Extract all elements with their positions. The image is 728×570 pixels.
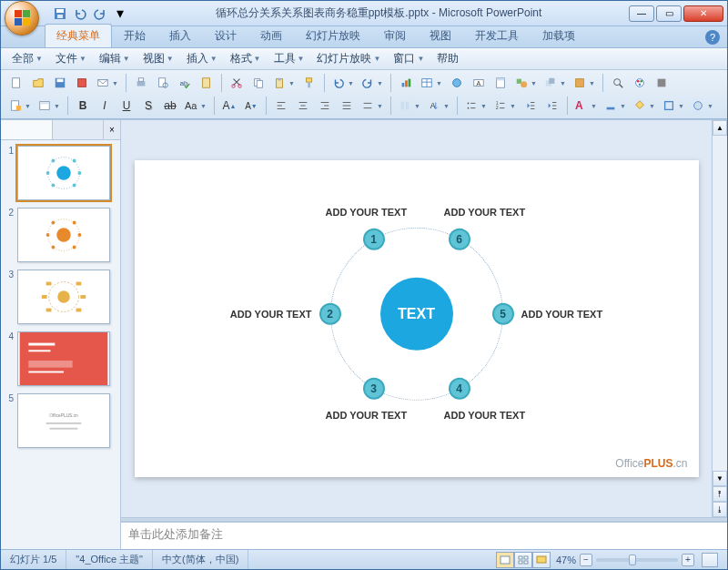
tab-developer[interactable]: 开发工具 — [463, 24, 531, 47]
table-icon[interactable]: ▼ — [418, 73, 445, 93]
status-theme[interactable]: "4_Office 主题" — [66, 550, 153, 569]
new-icon[interactable] — [6, 73, 26, 93]
node-3[interactable]: 3 — [363, 378, 385, 400]
label-4[interactable]: ADD YOUR TEXT — [444, 410, 526, 421]
bold-icon[interactable]: B — [73, 96, 93, 116]
zoom-icon[interactable] — [608, 73, 628, 93]
node-2[interactable]: 2 — [319, 303, 341, 325]
strike-icon[interactable]: ab — [160, 96, 180, 116]
label-2[interactable]: ADD YOUR TEXT — [230, 309, 312, 320]
justify-icon[interactable] — [337, 96, 357, 116]
align-left-icon[interactable] — [271, 96, 291, 116]
tab-design[interactable]: 设计 — [203, 24, 248, 47]
arrange-icon[interactable]: ▼ — [541, 73, 569, 93]
scroll-track[interactable] — [713, 136, 727, 471]
cut-icon[interactable] — [227, 73, 247, 93]
increase-indent-icon[interactable] — [542, 96, 562, 116]
tab-insert[interactable]: 插入 — [157, 24, 203, 47]
menu-insert[interactable]: 插入▼ — [181, 49, 223, 68]
copy-icon[interactable] — [248, 73, 268, 93]
zoom-slider[interactable] — [596, 558, 678, 562]
shape-effects-icon[interactable]: ▼ — [689, 96, 716, 116]
zoom-in-icon[interactable]: + — [682, 554, 694, 566]
office-button[interactable] — [5, 1, 39, 36]
label-3[interactable]: ADD YOUR TEXT — [326, 410, 408, 421]
email-icon[interactable]: ▼ — [94, 73, 121, 93]
shapes-icon[interactable]: ▼ — [512, 73, 540, 93]
menu-edit[interactable]: 编辑▼ — [94, 49, 136, 68]
label-5[interactable]: ADD YOUR TEXT — [521, 309, 603, 320]
thumbnail-slide-3[interactable] — [17, 270, 110, 324]
zoom-thumb[interactable] — [629, 555, 636, 565]
menu-window[interactable]: 窗口▼ — [388, 49, 430, 68]
tab-home[interactable]: 开始 — [112, 24, 157, 47]
slides-tab[interactable] — [1, 120, 53, 139]
notes-pane[interactable]: 单击此处添加备注 — [121, 522, 727, 549]
spelling-icon[interactable]: ab — [175, 73, 195, 93]
align-right-icon[interactable] — [315, 96, 335, 116]
tab-addins[interactable]: 加载项 — [531, 24, 587, 47]
status-slide[interactable]: 幻灯片 1/5 — [1, 550, 66, 569]
slide-canvas[interactable]: TEXT .diagram-wrap — [135, 160, 699, 477]
undo-icon[interactable]: ▼ — [329, 73, 357, 93]
thumbnail-slide-5[interactable]: OfficePLUS.cn — [17, 393, 110, 448]
research-icon[interactable] — [197, 73, 217, 93]
bullets-icon[interactable]: ▼ — [462, 96, 490, 116]
fit-window-icon[interactable] — [702, 553, 718, 567]
align-center-icon[interactable] — [293, 96, 313, 116]
normal-view-icon[interactable] — [496, 552, 514, 568]
tab-slideshow[interactable]: 幻灯片放映 — [294, 24, 372, 47]
label-1[interactable]: ADD YOUR TEXT — [326, 207, 408, 218]
node-1[interactable]: 1 — [363, 229, 385, 250]
shadow-icon[interactable]: S — [138, 96, 158, 116]
status-language[interactable]: 中文(简体，中国) — [153, 550, 248, 569]
menu-all[interactable]: 全部▼ — [6, 49, 48, 68]
change-case-icon[interactable]: Aa▼ — [182, 96, 209, 116]
print-icon[interactable] — [131, 73, 151, 93]
shape-outline-icon[interactable]: ▼ — [660, 96, 687, 116]
font-color-icon[interactable]: A▼ — [572, 96, 600, 116]
scroll-up-icon[interactable]: ▲ — [713, 120, 727, 136]
hyperlink-icon[interactable] — [447, 73, 467, 93]
text-direction-icon[interactable]: A▼ — [425, 96, 452, 116]
zoom-value[interactable]: 47% — [556, 555, 576, 565]
grayscale-icon[interactable] — [652, 73, 672, 93]
scroll-down-icon[interactable]: ▼ — [713, 471, 727, 486]
shrink-font-icon[interactable]: A▼ — [241, 96, 261, 116]
qat-redo[interactable] — [92, 5, 108, 22]
thumbnail-slide-4[interactable] — [17, 331, 110, 386]
thumbnail-slide-1[interactable] — [17, 146, 110, 200]
chart-icon[interactable] — [396, 73, 416, 93]
paste-icon[interactable]: ▼ — [270, 73, 298, 93]
print-preview-icon[interactable] — [153, 73, 173, 93]
thumbnail-slide-2[interactable] — [17, 208, 110, 262]
color-icon[interactable] — [630, 73, 650, 93]
center-circle[interactable]: TEXT — [380, 278, 453, 351]
menu-file[interactable]: 文件▼ — [50, 49, 92, 68]
prev-slide-icon[interactable]: ⭱ — [713, 486, 727, 502]
maximize-button[interactable]: ▭ — [656, 5, 682, 22]
menu-view[interactable]: 视图▼ — [137, 49, 179, 68]
numbering-icon[interactable]: 12▼ — [491, 96, 519, 116]
tab-classic-menu[interactable]: 经典菜单 — [45, 24, 112, 47]
qat-undo[interactable] — [72, 5, 88, 22]
save-icon[interactable] — [50, 73, 70, 93]
columns-icon[interactable]: ▼ — [396, 96, 423, 116]
textbox-icon[interactable]: A — [469, 73, 489, 93]
grow-font-icon[interactable]: A▲ — [219, 96, 239, 116]
panel-close-icon[interactable]: × — [104, 120, 120, 139]
open-icon[interactable] — [28, 73, 48, 93]
menu-slideshow[interactable]: 幻灯片放映▼ — [311, 49, 386, 68]
minimize-button[interactable]: — — [629, 5, 654, 22]
header-footer-icon[interactable] — [490, 73, 511, 93]
menu-help[interactable]: 帮助 — [431, 49, 464, 68]
zoom-out-icon[interactable]: − — [580, 554, 592, 566]
format-painter-icon[interactable] — [299, 73, 319, 93]
italic-icon[interactable]: I — [95, 96, 115, 116]
distributed-icon[interactable]: ▼ — [359, 96, 386, 116]
help-icon[interactable]: ? — [705, 30, 720, 45]
tab-view[interactable]: 视图 — [418, 24, 463, 47]
redo-icon[interactable]: ▼ — [359, 73, 386, 93]
underline-icon[interactable]: U — [116, 96, 136, 116]
node-6[interactable]: 6 — [449, 229, 470, 250]
